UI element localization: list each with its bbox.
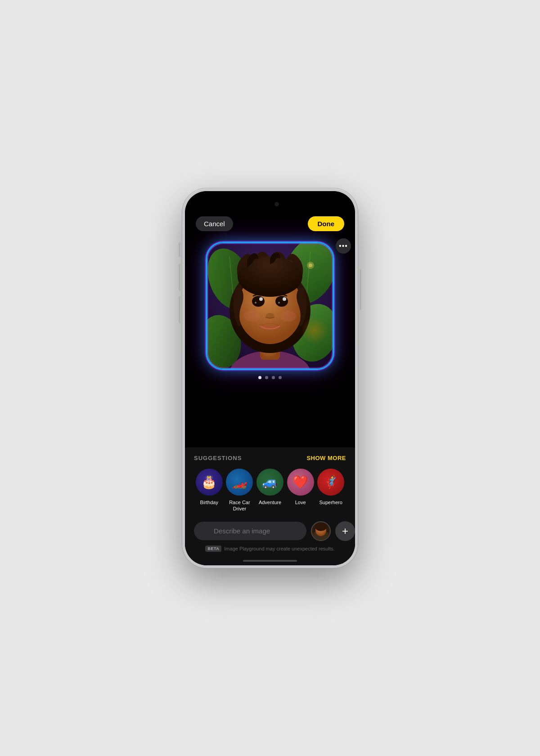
svg-point-14 <box>275 296 288 307</box>
phone-frame: Cancel Done ••• <box>182 188 358 568</box>
describe-input-wrapper <box>194 522 306 540</box>
done-button[interactable]: Done <box>308 216 345 231</box>
page-dot-4 <box>279 376 282 379</box>
page-dot-2 <box>265 376 268 379</box>
suggestion-birthday-label: Birthday <box>200 499 218 505</box>
suggestion-love[interactable]: ❤️ Love <box>287 469 314 512</box>
suggestion-adventure[interactable]: 🚙 Adventure <box>256 469 284 512</box>
show-more-button[interactable]: SHOW MORE <box>306 455 346 461</box>
suggestion-racecar[interactable]: 🏎️ Race CarDriver <box>226 469 253 512</box>
svg-point-17 <box>255 302 256 304</box>
racecar-icon: 🏎️ <box>226 469 253 496</box>
power-button <box>360 269 361 310</box>
more-dots-icon: ••• <box>339 242 348 250</box>
suggestions-label: SUGGESTIONS <box>194 455 242 461</box>
love-icon: ❤️ <box>287 469 314 496</box>
svg-point-21 <box>280 311 296 322</box>
volume-down-button <box>179 296 180 323</box>
adventure-icon: 🚙 <box>256 469 284 496</box>
ai-generated-image <box>207 243 333 369</box>
suggestion-birthday[interactable]: 🎂 Birthday <box>196 469 223 512</box>
svg-point-13 <box>252 296 265 307</box>
input-row: + <box>194 521 346 541</box>
suggestion-adventure-label: Adventure <box>259 499 281 505</box>
phone-screen: Cancel Done ••• <box>185 191 355 565</box>
page-dot-1 <box>258 376 261 379</box>
avatar-button[interactable] <box>311 521 331 541</box>
svg-point-15 <box>259 297 263 301</box>
ambient-glow <box>301 317 328 344</box>
svg-point-20 <box>244 311 260 322</box>
bottom-panel: SUGGESTIONS SHOW MORE 🎂 Birthday 🏎️ <box>185 447 355 565</box>
more-options-button[interactable]: ••• <box>336 238 351 254</box>
birthday-icon: 🎂 <box>196 469 223 496</box>
suggestion-racecar-label: Race CarDriver <box>229 499 250 512</box>
suggestion-superhero-label: Superhero <box>319 499 342 505</box>
front-camera <box>274 202 279 206</box>
suggestions-row: 🎂 Birthday 🏎️ Race CarDriver 🚙 <box>194 469 346 512</box>
svg-point-24 <box>309 264 312 267</box>
page-dots <box>258 376 282 379</box>
user-avatar <box>312 522 330 540</box>
svg-point-18 <box>278 302 280 304</box>
cancel-button[interactable]: Cancel <box>196 216 233 231</box>
describe-image-input[interactable] <box>194 522 306 540</box>
silent-switch <box>179 242 180 257</box>
suggestions-header: SUGGESTIONS SHOW MORE <box>194 455 346 461</box>
image-area: ••• <box>185 238 355 447</box>
volume-up-button <box>179 264 180 291</box>
page-dot-3 <box>272 376 275 379</box>
beta-notice: BETA Image Playground may create unexpec… <box>194 546 346 552</box>
home-indicator <box>243 560 297 562</box>
beta-text: Image Playground may create unexpected r… <box>224 546 334 551</box>
dynamic-island <box>243 197 297 212</box>
add-button[interactable]: + <box>335 521 355 541</box>
suggestion-superhero[interactable]: 🦸 Superhero <box>317 469 344 512</box>
superhero-icon: 🦸 <box>317 469 344 496</box>
app-screen: Cancel Done ••• <box>185 191 355 565</box>
svg-point-16 <box>283 297 286 301</box>
portrait-svg <box>207 243 333 369</box>
beta-badge: BETA <box>205 546 221 552</box>
suggestion-love-label: Love <box>295 499 306 505</box>
svg-point-30 <box>315 522 327 531</box>
